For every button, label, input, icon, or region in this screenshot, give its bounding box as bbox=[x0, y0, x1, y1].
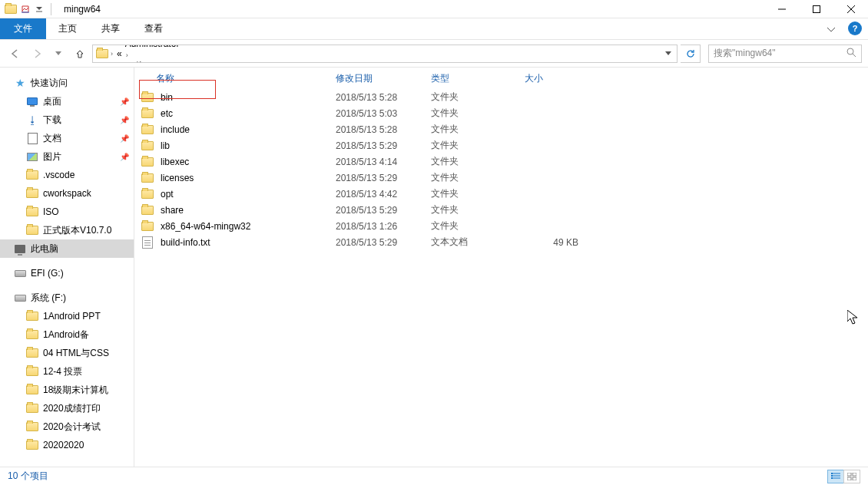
view-details-button[interactable] bbox=[827, 470, 844, 483]
file-icon bbox=[139, 236, 156, 249]
chevron-right-icon[interactable]: › bbox=[108, 50, 115, 58]
file-type: 文件夹 bbox=[431, 123, 525, 136]
file-date: 2018/5/13 5:29 bbox=[336, 237, 431, 248]
pc-icon bbox=[14, 243, 26, 254]
sidebar-item[interactable]: 04 HTML与CSS bbox=[0, 344, 134, 362]
sidebar-item[interactable]: 桌面📌 bbox=[0, 92, 134, 111]
file-type: 文件夹 bbox=[431, 107, 525, 120]
col-date[interactable]: 修改日期 bbox=[331, 72, 426, 85]
folder-icon bbox=[26, 403, 38, 414]
file-type: 文件夹 bbox=[431, 203, 525, 216]
table-row[interactable]: share2018/5/13 5:29文件夹 bbox=[134, 202, 868, 218]
sidebar-item[interactable]: 1Android PPT bbox=[0, 307, 134, 325]
sidebar-item[interactable]: ⭳下载📌 bbox=[0, 111, 134, 129]
file-name: libexec bbox=[161, 157, 189, 167]
refresh-button[interactable] bbox=[681, 45, 701, 63]
qat-properties-icon[interactable] bbox=[20, 4, 31, 15]
sidebar-item[interactable]: cworkspack bbox=[0, 184, 134, 203]
file-name: licenses bbox=[161, 173, 194, 183]
table-row[interactable]: licenses2018/5/13 5:29文件夹 bbox=[134, 170, 868, 186]
close-button[interactable] bbox=[833, 0, 868, 18]
table-row[interactable]: build-info.txt2018/5/13 5:29文本文档49 KB bbox=[134, 234, 868, 250]
sidebar-item[interactable]: 1Android备 bbox=[0, 325, 134, 344]
file-type: 文件夹 bbox=[431, 187, 525, 200]
col-size[interactable]: 大小 bbox=[520, 72, 574, 85]
folder-icon bbox=[139, 157, 156, 167]
sidebar-drive[interactable]: 系统 (F:) bbox=[0, 289, 134, 307]
qat-dropdown-icon[interactable] bbox=[34, 4, 45, 15]
folder-icon bbox=[139, 190, 156, 199]
folder-icon bbox=[26, 421, 38, 432]
nav-up-button[interactable] bbox=[71, 45, 89, 63]
help-button[interactable]: ? bbox=[848, 21, 862, 35]
folder-icon bbox=[26, 348, 38, 358]
sidebar-item[interactable]: ISO bbox=[0, 203, 134, 221]
pin-icon: 📌 bbox=[120, 116, 129, 124]
nav-recent-button[interactable] bbox=[49, 45, 68, 63]
sidebar-item[interactable]: 正式版本V10.7.0 bbox=[0, 221, 134, 239]
file-date: 2018/5/13 1:26 bbox=[336, 221, 431, 232]
svg-rect-2 bbox=[847, 473, 851, 476]
table-row[interactable]: bin2018/5/13 5:28文件夹 bbox=[134, 89, 868, 105]
monitor-icon bbox=[26, 96, 38, 107]
search-input[interactable]: 搜索"mingw64" bbox=[708, 45, 862, 63]
status-text: 10 个项目 bbox=[8, 470, 48, 483]
address-bar[interactable]: › « 本地磁盘 (C:)›用户›Administrator›下载›x86_64… bbox=[92, 45, 678, 63]
folder-icon bbox=[26, 206, 38, 217]
table-row[interactable]: lib2018/5/13 5:29文件夹 bbox=[134, 137, 868, 153]
nav-bar: › « 本地磁盘 (C:)›用户›Administrator›下载›x86_64… bbox=[0, 40, 868, 68]
title-bar: mingw64 bbox=[0, 0, 868, 18]
svg-rect-5 bbox=[853, 477, 856, 480]
sidebar-quick-access[interactable]: ★ 快速访问 bbox=[0, 74, 134, 92]
sidebar-item[interactable]: 图片📌 bbox=[0, 147, 134, 166]
table-row[interactable]: libexec2018/5/13 4:14文件夹 bbox=[134, 153, 868, 170]
col-type[interactable]: 类型 bbox=[426, 72, 520, 85]
breadcrumb-prefix: « bbox=[115, 48, 124, 59]
pin-icon: 📌 bbox=[120, 153, 129, 161]
tab-2[interactable]: 查看 bbox=[132, 18, 175, 39]
tab-file[interactable]: 文件 bbox=[0, 18, 46, 39]
folder-icon bbox=[26, 384, 38, 395]
sidebar-item[interactable]: 12-4 投票 bbox=[0, 362, 134, 381]
breadcrumb-seg[interactable]: 下载 bbox=[124, 60, 303, 63]
sidebar-item[interactable]: 2020成绩打印 bbox=[0, 399, 134, 417]
file-date: 2018/5/13 5:29 bbox=[336, 140, 431, 151]
dl-icon: ⭳ bbox=[26, 114, 38, 125]
sidebar-this-pc[interactable]: 此电脑 bbox=[0, 239, 134, 258]
file-type: 文件夹 bbox=[431, 219, 525, 233]
file-type: 文件夹 bbox=[431, 155, 525, 168]
maximize-button[interactable] bbox=[799, 0, 833, 18]
file-date: 2018/5/13 4:14 bbox=[336, 157, 431, 167]
table-row[interactable]: x86_64-w64-mingw322018/5/13 1:26文件夹 bbox=[134, 218, 868, 234]
sidebar-item[interactable]: 文档📌 bbox=[0, 129, 134, 147]
view-large-button[interactable] bbox=[843, 470, 860, 483]
file-name: etc bbox=[161, 108, 173, 119]
sidebar-item[interactable]: 20202020 bbox=[0, 436, 134, 454]
file-name: opt bbox=[161, 189, 174, 200]
drive-icon bbox=[14, 292, 26, 303]
tab-0[interactable]: 主页 bbox=[46, 18, 89, 39]
search-placeholder: 搜索"mingw64" bbox=[714, 47, 776, 60]
address-history-dropdown[interactable] bbox=[663, 50, 674, 58]
col-name[interactable]: 名称 bbox=[151, 72, 331, 85]
folder-icon bbox=[26, 170, 38, 180]
table-row[interactable]: include2018/5/13 5:28文件夹 bbox=[134, 121, 868, 137]
ribbon-expand-button[interactable] bbox=[822, 18, 840, 40]
sidebar-drive[interactable]: EFI (G:) bbox=[0, 264, 134, 282]
star-icon: ★ bbox=[14, 78, 26, 88]
sidebar-item[interactable]: .vscode bbox=[0, 166, 134, 184]
svg-rect-0 bbox=[813, 5, 820, 12]
sidebar-item[interactable]: 18级期末计算机 bbox=[0, 381, 134, 399]
nav-back-button[interactable] bbox=[6, 45, 25, 63]
nav-forward-button[interactable] bbox=[28, 45, 46, 63]
sidebar-item[interactable]: 2020会计考试 bbox=[0, 417, 134, 436]
breadcrumb-seg[interactable]: Administrator bbox=[124, 45, 303, 50]
file-list: 名称 修改日期 类型 大小 bin2018/5/13 5:28文件夹etc201… bbox=[134, 68, 868, 467]
chevron-right-icon[interactable]: › bbox=[124, 51, 131, 59]
minimize-button[interactable] bbox=[764, 0, 799, 18]
svg-rect-4 bbox=[847, 477, 851, 480]
tab-1[interactable]: 共享 bbox=[89, 18, 132, 39]
table-row[interactable]: etc2018/5/13 5:03文件夹 bbox=[134, 105, 868, 121]
file-date: 2018/5/13 5:28 bbox=[336, 124, 431, 135]
table-row[interactable]: opt2018/5/13 4:42文件夹 bbox=[134, 186, 868, 202]
